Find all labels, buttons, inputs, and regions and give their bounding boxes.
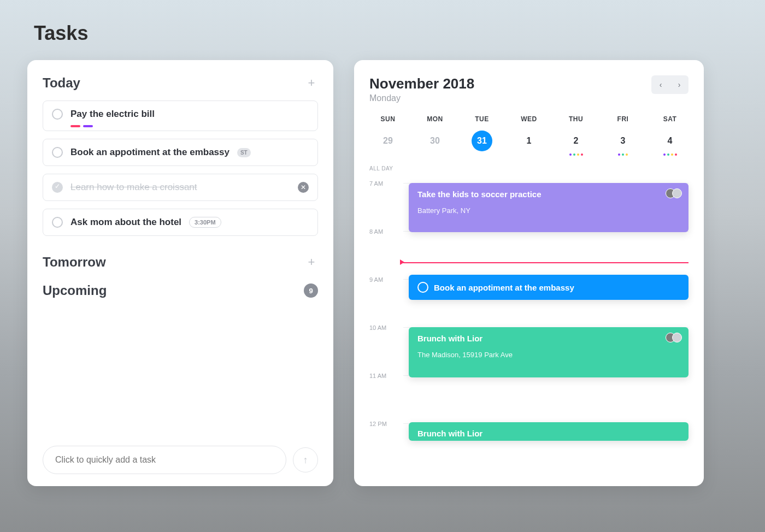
chevron-right-icon: › [678,80,681,89]
quick-add-submit-button[interactable]: ↑ [293,447,318,472]
now-indicator-marker [400,259,404,265]
weekday-label: MON [419,115,451,123]
event-dot [667,153,669,156]
avatar [672,333,682,342]
task-text: Pay the electric bill [70,109,155,120]
weekday-label: SUN [372,115,404,123]
calendar-day[interactable]: 2 [566,131,586,151]
add-task-tomorrow-button[interactable]: + [305,256,318,269]
today-section-title: Today [43,75,80,91]
calendar-day[interactable]: 3 [613,131,633,151]
event-dot [577,153,579,156]
calendar-event[interactable]: Brunch with LiorThe Madison, 15919 Park … [409,327,688,377]
calendar-event[interactable]: Take the kids to soccer practiceBattery … [409,183,688,232]
tomorrow-section-title: Tomorrow [43,255,106,270]
task-checkbox[interactable] [52,147,63,158]
event-dot [675,153,677,156]
calendar-day[interactable]: 1 [519,131,539,151]
today-section-header: Today + [43,75,318,91]
calendar-day[interactable]: 29 [378,131,398,151]
task-checkbox[interactable] [52,182,63,193]
plus-icon: + [308,76,315,90]
add-task-today-button[interactable]: + [305,76,318,90]
calendar-day[interactable]: 31 [472,131,492,151]
calendar-header: November 2018 Monday ‹ › [369,75,688,103]
event-checkbox-ring[interactable] [417,282,428,293]
avatar [672,188,682,198]
close-icon: ✕ [301,184,306,191]
date-row: 2930311234 [369,131,688,156]
plus-icon: + [308,255,315,269]
event-dot [569,153,572,156]
upcoming-section-header: Upcoming 9 [43,283,318,298]
event-dot [671,153,673,156]
hour-label: 12 PM [369,421,397,427]
event-location: The Madison, 15919 Park Ave [417,351,680,359]
upcoming-count-badge: 9 [304,283,318,298]
weekday-label: SAT [654,115,686,123]
task-text: Learn how to make a croissant [70,182,197,193]
task-item[interactable]: Pay the electric bill [43,101,318,131]
task-item[interactable]: Book an appotiment at the embassy ST [43,139,318,166]
calendar-month-title: November 2018 [369,75,474,92]
calendar-nav: ‹ › [651,75,688,94]
event-dot [622,153,624,156]
quick-add-row: ↑ [43,446,318,474]
chevron-left-icon: ‹ [660,80,662,89]
event-dot [581,153,583,156]
weekday-label: TUE [466,115,498,123]
calendar-day[interactable]: 4 [660,131,680,151]
weekday-header-row: SUNMONTUEWEDTHUFRISAT [369,115,688,129]
quick-add-input[interactable] [43,446,286,474]
task-item[interactable]: Ask mom about the hotel 3:30PM [43,209,318,236]
event-dot [663,153,666,156]
task-delete-button[interactable]: ✕ [298,182,309,193]
event-title: Brunch with Lior [417,334,680,343]
task-item[interactable]: Learn how to make a croissant ✕ [43,174,318,201]
event-title: Brunch with Lior [417,429,680,438]
calendar-panel: November 2018 Monday ‹ › SUNMONTUEWEDTHU… [354,60,704,486]
task-tag [83,125,93,127]
calendar-next-button[interactable]: › [671,76,687,93]
calendar-timeline: ALL DAY 7 AM8 AM9 AM10 AM11 AM12 PMTake … [369,165,688,450]
task-text: Ask mom about the hotel [70,217,181,228]
event-title: Take the kids to soccer practice [417,190,680,199]
hour-label: 10 AM [369,324,397,331]
event-avatars [669,333,682,342]
hour-label: 11 AM [369,373,397,379]
event-dot [626,153,628,156]
event-dot [618,153,620,156]
page-title: Tasks [34,22,738,45]
task-text: Book an appotiment at the embassy [70,147,229,158]
calendar-event[interactable]: Book an appotiment at the embassy [409,275,688,300]
task-tags [70,125,93,127]
calendar-day-subtitle: Monday [369,93,474,103]
task-time-badge: 3:30PM [189,217,221,228]
hour-label: 9 AM [369,276,397,283]
hour-label: 7 AM [369,180,397,187]
hour-label: 8 AM [369,228,397,235]
calendar-event[interactable]: Brunch with Lior [409,422,688,441]
weekday-label: THU [560,115,592,123]
task-tag [70,125,80,127]
event-title: Book an appotiment at the embassy [434,283,574,292]
event-location: Battery Park, NY [417,206,680,215]
event-avatars [669,188,682,198]
calendar-day[interactable]: 30 [425,131,445,151]
task-badge: ST [237,148,251,157]
allday-label: ALL DAY [369,165,393,172]
weekday-label: FRI [607,115,639,123]
event-dot [573,153,575,156]
now-indicator-line [403,262,688,263]
task-checkbox[interactable] [52,217,63,228]
arrow-up-icon: ↑ [303,454,308,466]
weekday-label: WED [513,115,545,123]
upcoming-section-title: Upcoming [43,283,107,298]
tomorrow-section-header: Tomorrow + [43,255,318,270]
task-checkbox[interactable] [52,109,63,120]
calendar-prev-button[interactable]: ‹ [652,76,669,93]
tasks-panel: Today + Pay the electric bill Book an ap… [27,60,333,486]
